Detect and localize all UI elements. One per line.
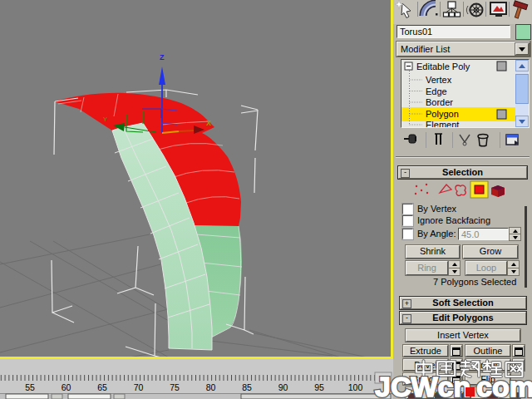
svg-text:JCWcn: JCWcn: [375, 371, 470, 399]
svg-text:com: com: [476, 371, 532, 399]
